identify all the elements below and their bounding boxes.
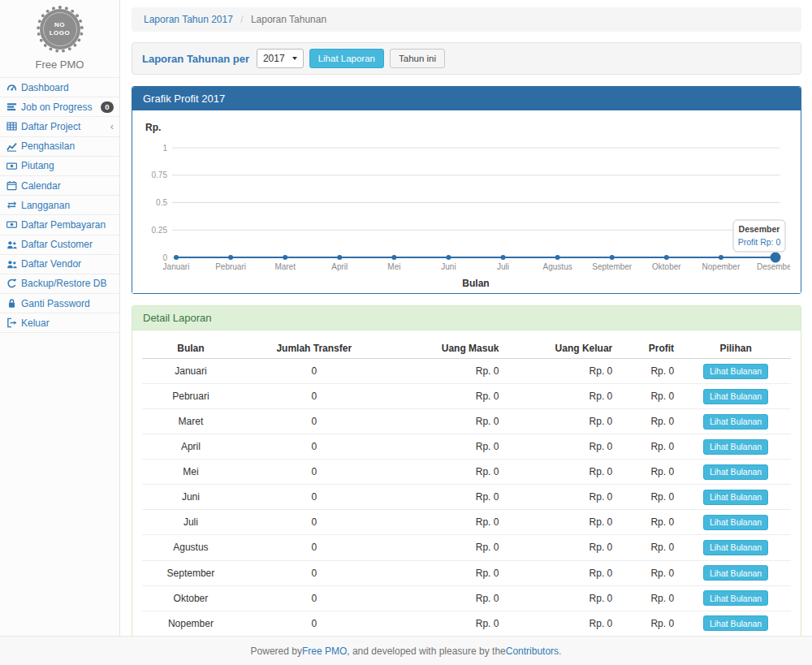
lihat-bulanan-button[interactable]: Lihat Bulanan	[703, 464, 768, 480]
col-header-jumlah-transfer: Jumlah Transfer	[240, 338, 389, 359]
sidebar-item-keluar[interactable]: Keluar	[0, 313, 119, 333]
contributors-link[interactable]: Contributors	[506, 646, 559, 657]
uang-masuk-cell: Rp. 0	[389, 485, 506, 510]
bulan-cell: September	[142, 560, 240, 585]
bulan-cell: April	[142, 434, 240, 460]
breadcrumb: Laporan Tahun 2017 / Laporan Tahunan	[132, 7, 801, 32]
jumlah-transfer-cell: 0	[240, 611, 389, 636]
detail-table-header: Bulan Jumlah Transfer Uang Masuk Uang Ke…	[142, 338, 791, 359]
uang-keluar-cell: Rp. 0	[505, 510, 619, 535]
uang-keluar-cell: Rp. 0	[505, 611, 619, 636]
pilihan-cell: Lihat Bulanan	[680, 384, 791, 409]
uang-keluar-cell: Rp. 0	[505, 409, 619, 434]
footer-text: Powered by	[251, 646, 302, 657]
sidebar-item-langganan[interactable]: Langganan	[0, 196, 119, 215]
sidebar-item-job-on-progress[interactable]: Job on Progress 0	[0, 97, 119, 117]
jumlah-transfer-cell: 0	[240, 359, 389, 384]
uang-masuk-cell: Rp. 0	[389, 460, 506, 485]
uang-masuk-cell: Rp. 0	[389, 560, 506, 585]
breadcrumb-separator: /	[240, 14, 243, 25]
sidebar-item-dashboard[interactable]: Dashboard	[0, 78, 119, 97]
svg-text:Oktober: Oktober	[652, 262, 681, 271]
col-header-uang-masuk: Uang Masuk	[389, 338, 506, 359]
table-row: April0Rp. 0Rp. 0Rp. 0Lihat Bulanan	[142, 434, 791, 460]
chevron-left-icon: ‹	[110, 121, 114, 132]
money-icon	[6, 219, 17, 230]
detail-table: Bulan Jumlah Transfer Uang Masuk Uang Ke…	[142, 338, 791, 636]
lihat-bulanan-button[interactable]: Lihat Bulanan	[703, 590, 768, 606]
table-row: September0Rp. 0Rp. 0Rp. 0Lihat Bulanan	[142, 560, 791, 585]
svg-text:Maret: Maret	[274, 262, 296, 271]
sidebar-item-penghasilan[interactable]: Penghasilan	[0, 137, 119, 157]
calendar-icon	[6, 180, 17, 191]
pilihan-cell: Lihat Bulanan	[680, 535, 791, 560]
year-select[interactable]: 2017	[257, 49, 304, 68]
uang-keluar-cell: Rp. 0	[505, 560, 619, 585]
detail-panel-body: Bulan Jumlah Transfer Uang Masuk Uang Ke…	[132, 330, 801, 636]
breadcrumb-link[interactable]: Laporan Tahun 2017	[144, 14, 233, 25]
lihat-laporan-button[interactable]: Lihat Laporan	[309, 49, 384, 68]
table-row: Juli0Rp. 0Rp. 0Rp. 0Lihat Bulanan	[142, 510, 791, 535]
sidebar-item-calendar[interactable]: Calendar	[0, 176, 119, 196]
filter-label: Laporan Tahunan per	[142, 53, 249, 65]
sidebar-item-daftar-project[interactable]: Daftar Project ‹	[0, 117, 119, 136]
pilihan-cell: Lihat Bulanan	[680, 611, 791, 636]
lihat-bulanan-button[interactable]: Lihat Bulanan	[703, 615, 768, 631]
jumlah-transfer-cell: 0	[240, 585, 389, 611]
lihat-bulanan-button[interactable]: Lihat Bulanan	[703, 540, 768, 555]
uang-keluar-cell: Rp. 0	[505, 535, 619, 560]
detail-laporan-panel: Detail Laporan Bulan Jumlah Transfer Uan…	[132, 305, 801, 636]
table-row: Januari0Rp. 0Rp. 0Rp. 0Lihat Bulanan	[142, 359, 791, 384]
lock-icon	[6, 298, 17, 309]
jumlah-transfer-cell: 0	[240, 409, 389, 434]
svg-text:Nopember: Nopember	[702, 262, 741, 271]
uang-masuk-cell: Rp. 0	[389, 510, 506, 535]
profit-cell: Rp. 0	[619, 434, 680, 460]
sidebar-item-backup-restore[interactable]: Backup/Restore DB	[0, 274, 119, 294]
uang-masuk-cell: Rp. 0	[389, 384, 506, 409]
pilihan-cell: Lihat Bulanan	[680, 359, 791, 384]
sidebar-item-ganti-password[interactable]: Ganti Password	[0, 294, 119, 313]
lihat-bulanan-button[interactable]: Lihat Bulanan	[703, 364, 768, 379]
lihat-bulanan-button[interactable]: Lihat Bulanan	[703, 389, 768, 404]
sidebar-menu: Dashboard Job on Progress 0 Daftar Proje…	[0, 77, 119, 333]
tahun-ini-button[interactable]: Tahun ini	[390, 49, 445, 68]
tasks-icon	[6, 101, 17, 112]
uang-keluar-cell: Rp. 0	[505, 359, 619, 384]
sign-out-icon	[6, 317, 17, 328]
lihat-bulanan-button[interactable]: Lihat Bulanan	[703, 515, 768, 530]
main-content: Laporan Tahun 2017 / Laporan Tahunan Lap…	[121, 0, 812, 636]
detail-panel-title: Detail Laporan	[132, 306, 801, 330]
free-pmo-link[interactable]: Free PMO	[302, 646, 347, 657]
table-icon	[6, 121, 17, 132]
profit-chart[interactable]: Rp.10.750.50.250JanuariPebruariMaretApri…	[140, 118, 790, 291]
uang-masuk-cell: Rp. 0	[389, 434, 506, 460]
col-header-pilihan: Pilihan	[680, 338, 791, 359]
jumlah-transfer-cell: 0	[240, 384, 389, 409]
lihat-bulanan-button[interactable]: Lihat Bulanan	[703, 490, 768, 505]
sidebar-item-daftar-pembayaran[interactable]: Daftar Pembayaran	[0, 215, 119, 235]
pilihan-cell: Lihat Bulanan	[680, 585, 791, 611]
pilihan-cell: Lihat Bulanan	[680, 510, 791, 535]
bulan-cell: Juli	[142, 510, 240, 535]
col-header-uang-keluar: Uang Keluar	[505, 338, 619, 359]
svg-text:Bulan: Bulan	[462, 278, 489, 289]
app-logo: NO LOGO	[37, 6, 84, 53]
users-icon	[6, 240, 17, 250]
uang-masuk-cell: Rp. 0	[389, 409, 506, 434]
sidebar-item-daftar-customer[interactable]: Daftar Customer	[0, 235, 119, 255]
svg-text:0.75: 0.75	[152, 171, 168, 179]
lihat-bulanan-button[interactable]: Lihat Bulanan	[703, 414, 768, 430]
lihat-bulanan-button[interactable]: Lihat Bulanan	[703, 565, 768, 581]
sidebar-item-piutang[interactable]: Piutang	[0, 157, 119, 176]
lihat-bulanan-button[interactable]: Lihat Bulanan	[703, 439, 768, 455]
caret-down-icon	[292, 57, 297, 60]
brand-name: Free PMO	[0, 58, 119, 71]
table-row: Agustus0Rp. 0Rp. 0Rp. 0Lihat Bulanan	[142, 535, 791, 560]
bulan-cell: Januari	[142, 359, 240, 384]
retweet-icon	[6, 200, 17, 210]
uang-keluar-cell: Rp. 0	[505, 384, 619, 409]
table-row: Juni0Rp. 0Rp. 0Rp. 0Lihat Bulanan	[142, 485, 791, 510]
sidebar-item-daftar-vendor[interactable]: Daftar Vendor	[0, 255, 119, 274]
table-row: Mei0Rp. 0Rp. 0Rp. 0Lihat Bulanan	[142, 460, 791, 485]
